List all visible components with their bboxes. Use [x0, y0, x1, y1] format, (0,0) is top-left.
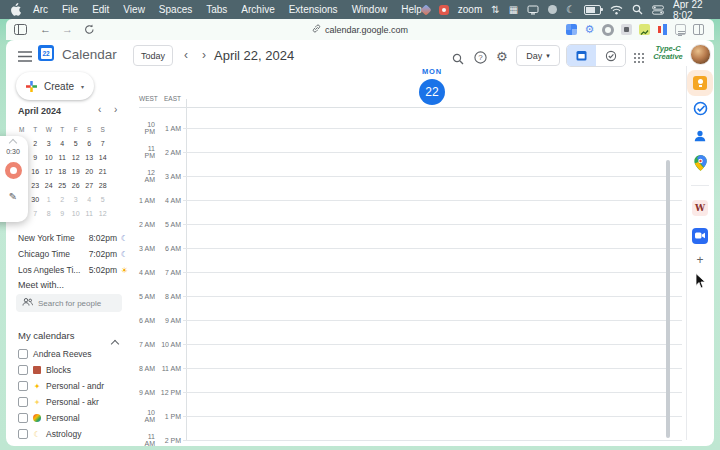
- forward-icon[interactable]: →: [62, 24, 73, 35]
- spotlight-search-icon[interactable]: [632, 4, 643, 15]
- maps-icon[interactable]: [687, 155, 713, 171]
- mini-calendar-date[interactable]: 14: [96, 150, 110, 164]
- mini-calendar-date[interactable]: 19: [69, 164, 83, 178]
- mini-calendar-date[interactable]: 27: [83, 178, 97, 192]
- calendar-checkbox[interactable]: [18, 413, 28, 423]
- diamond-app-icon[interactable]: [422, 6, 430, 14]
- tasks-icon[interactable]: [687, 100, 713, 116]
- mini-calendar-date[interactable]: 12: [69, 150, 83, 164]
- hour-row[interactable]: 7 AM 10 AM: [139, 344, 682, 368]
- settings-gear-icon[interactable]: ⚙: [496, 49, 508, 64]
- mini-calendar-date[interactable]: 2: [29, 136, 43, 150]
- w-addon-icon[interactable]: W: [687, 199, 713, 216]
- menubar-menu-item[interactable]: Archive: [241, 4, 274, 15]
- hour-row[interactable]: 12 AM 3 AM: [139, 176, 682, 200]
- tasks-view-toggle[interactable]: [596, 45, 625, 66]
- calendar-view-toggle[interactable]: [567, 45, 596, 66]
- mini-calendar-date[interactable]: 12: [96, 206, 110, 220]
- reader-extension-icon[interactable]: [675, 24, 686, 35]
- mini-calendar-date[interactable]: 16: [29, 164, 43, 178]
- mini-calendar-date[interactable]: 9: [29, 150, 43, 164]
- prev-day-button[interactable]: ‹: [178, 45, 194, 64]
- hour-row[interactable]: 10 PM 1 AM: [139, 128, 682, 152]
- mini-calendar-date[interactable]: 11: [83, 206, 97, 220]
- mini-calendar-date[interactable]: 3: [42, 136, 56, 150]
- mini-calendar-date[interactable]: 10: [42, 150, 56, 164]
- display-icon[interactable]: [527, 5, 539, 15]
- vertical-scrollbar[interactable]: [666, 160, 670, 438]
- calendar-checkbox[interactable]: [18, 397, 28, 407]
- get-addons-icon[interactable]: +: [687, 252, 713, 268]
- calendar-checkbox[interactable]: [18, 349, 28, 359]
- password-app-icon[interactable]: [439, 5, 449, 15]
- menubar-menu-item[interactable]: View: [123, 4, 145, 15]
- mini-calendar-date[interactable]: 30: [29, 192, 43, 206]
- mini-calendar-date[interactable]: 8: [42, 206, 56, 220]
- avatar[interactable]: [690, 44, 711, 65]
- help-icon[interactable]: ?: [474, 50, 487, 68]
- mini-calendar-date[interactable]: 18: [56, 164, 70, 178]
- selected-day-circle[interactable]: 22: [419, 79, 445, 105]
- calendar-checkbox[interactable]: [18, 365, 28, 375]
- address-bar[interactable]: calendar.google.com: [312, 24, 408, 35]
- keep-icon[interactable]: [687, 70, 713, 96]
- mini-calendar-date[interactable]: 1: [42, 192, 56, 206]
- mini-calendar-date[interactable]: 9: [56, 206, 70, 220]
- menubar-menu-item[interactable]: Extensions: [289, 4, 338, 15]
- grid-extension-icon[interactable]: [566, 24, 577, 35]
- calendar-checkbox[interactable]: [18, 381, 28, 391]
- hour-row[interactable]: 8 AM 11 AM: [139, 368, 682, 392]
- dnd-circle-icon[interactable]: [548, 5, 557, 14]
- next-day-button[interactable]: ›: [196, 45, 212, 64]
- grid-app-icon[interactable]: ▦: [509, 4, 518, 15]
- calendar-list-item[interactable]: Astrology: [18, 426, 130, 442]
- menubar-menu-item[interactable]: Spaces: [159, 4, 192, 15]
- hour-row[interactable]: 11 PM 2 AM: [139, 152, 682, 176]
- mini-calendar-date[interactable]: 6: [83, 136, 97, 150]
- mini-calendar-date[interactable]: 26: [69, 178, 83, 192]
- control-center-icon[interactable]: [652, 5, 664, 15]
- hour-row[interactable]: 9 AM 12 PM: [139, 392, 682, 416]
- hour-row[interactable]: 6 AM 9 AM: [139, 320, 682, 344]
- calendar-checkbox[interactable]: [18, 429, 28, 439]
- mini-calendar-date[interactable]: 17: [42, 164, 56, 178]
- hour-row[interactable]: 2 AM 5 AM: [139, 224, 682, 248]
- create-button[interactable]: Create ▾: [16, 72, 94, 100]
- mini-calendar-date[interactable]: 25: [56, 178, 70, 192]
- video-addon-icon[interactable]: [687, 227, 713, 244]
- battery-icon[interactable]: [584, 5, 601, 15]
- search-people-input[interactable]: Search for people: [16, 294, 122, 312]
- menubar-menu-item[interactable]: Edit: [92, 4, 109, 15]
- contacts-icon[interactable]: [687, 128, 713, 144]
- calendar-list-item[interactable]: Personal: [18, 410, 130, 426]
- menubar-menu-item[interactable]: Help: [401, 4, 422, 15]
- gear-extension-icon[interactable]: ⚙: [584, 24, 595, 35]
- mini-calendar-prev[interactable]: ‹: [98, 104, 101, 115]
- mini-calendar-date[interactable]: 13: [83, 150, 97, 164]
- hour-row[interactable]: 5 AM 8 AM: [139, 296, 682, 320]
- time-grid[interactable]: 10 PM 1 AM 11 PM 2 AM 12 AM 3 AM: [139, 128, 682, 446]
- calendar-list-item[interactable]: Personal - andr: [18, 378, 130, 394]
- sidebar-toggle-icon[interactable]: [14, 24, 27, 35]
- mini-calendar-date[interactable]: 2: [56, 192, 70, 206]
- split-view-icon[interactable]: [693, 24, 704, 35]
- square-extension-icon[interactable]: [621, 24, 632, 35]
- mini-calendar-date[interactable]: 4: [56, 136, 70, 150]
- mini-calendar-date[interactable]: 5: [69, 136, 83, 150]
- calendar-list-item[interactable]: Personal - akr: [18, 394, 130, 410]
- apple-icon[interactable]: [10, 3, 21, 16]
- menubar-menu-item[interactable]: Tabs: [206, 4, 227, 15]
- mini-calendar-date[interactable]: 5: [96, 192, 110, 206]
- google-apps-grid-icon[interactable]: [634, 53, 644, 63]
- recorder-collapse-icon[interactable]: [9, 139, 17, 147]
- mini-calendar-date[interactable]: 21: [96, 164, 110, 178]
- mini-calendar-date[interactable]: 3: [69, 192, 83, 206]
- calendar-list-item[interactable]: Andrea Reeves: [18, 346, 130, 362]
- wifi-icon[interactable]: [610, 5, 623, 15]
- menubar-menu-item[interactable]: Arc: [33, 4, 48, 15]
- hour-row[interactable]: 10 AM 1 PM: [139, 416, 682, 440]
- updown-arrows-icon[interactable]: ⇅: [491, 4, 499, 15]
- zoom-app-label[interactable]: zoom: [458, 4, 482, 15]
- bars-extension-icon[interactable]: [657, 24, 668, 35]
- hour-row[interactable]: 3 AM 6 AM: [139, 248, 682, 272]
